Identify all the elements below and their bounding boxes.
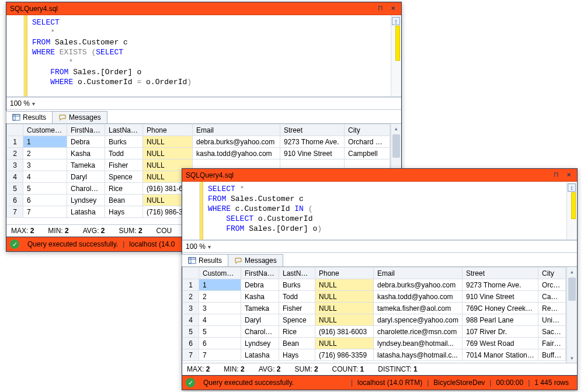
cell[interactable]: tameka.fisher@aol.com (374, 303, 463, 314)
chevron-down-icon[interactable]: ▾ (32, 100, 35, 107)
scroll-thumb[interactable] (392, 134, 400, 158)
cell[interactable]: Fairport (538, 338, 566, 349)
split-icon[interactable]: ↕ (392, 17, 400, 25)
col-header[interactable]: Phone (315, 268, 374, 279)
cell[interactable]: debra.burks@yahoo.com (193, 136, 280, 148)
cell[interactable]: NULL (315, 291, 374, 303)
col-header[interactable]: City (345, 124, 390, 136)
tab-messages[interactable]: Messages (228, 254, 283, 266)
cell[interactable]: 1 (23, 136, 67, 148)
cell[interactable]: charolette.rice@msn.com (374, 326, 463, 338)
cell[interactable]: 1 (199, 279, 241, 291)
cell[interactable]: Orchard Park (345, 136, 390, 148)
cell[interactable]: Sacramento (538, 326, 566, 338)
zoom-bar[interactable]: 100 % ▾ (182, 240, 577, 253)
cell[interactable]: 9273 Thorne Ave. (280, 136, 345, 148)
cell[interactable]: NULL (315, 303, 374, 314)
cell[interactable]: (916) 381-6003 (315, 326, 374, 338)
cell[interactable]: Campbell (345, 148, 390, 159)
minimap[interactable]: ↕ (391, 15, 401, 96)
cell[interactable]: Daryl (67, 171, 105, 183)
col-header[interactable]: LastName (279, 268, 315, 279)
cell[interactable]: 4 (199, 314, 241, 326)
row-header[interactable]: 1 (183, 279, 199, 291)
row-header[interactable]: 7 (183, 349, 199, 361)
tab-results[interactable]: Results (182, 254, 228, 266)
table-row[interactable]: 22KashaToddNULLkasha.todd@yahoo.com910 V… (183, 291, 566, 303)
row-header[interactable]: 1 (7, 136, 23, 148)
cell[interactable]: 7 (23, 206, 67, 218)
titlebar[interactable]: SQLQuery4.sql ⊓ × (182, 169, 577, 182)
cell[interactable]: Tameka (67, 159, 105, 171)
cell[interactable]: 769C Honey Creek St. (463, 303, 538, 314)
cell[interactable]: Debra (67, 136, 105, 148)
row-header[interactable]: 3 (7, 159, 23, 171)
cell[interactable]: latasha.hays@hotmail.c... (374, 349, 463, 361)
cell[interactable]: Bean (105, 195, 143, 206)
scroll-up-icon[interactable]: ▴ (391, 124, 401, 133)
cell[interactable]: NULL (143, 148, 193, 159)
cell[interactable]: NULL (315, 279, 374, 291)
scroll-thumb[interactable] (568, 277, 576, 301)
cell[interactable]: Bean (279, 338, 315, 349)
cell[interactable]: 2 (199, 291, 241, 303)
cell[interactable]: Kasha (241, 291, 279, 303)
cell[interactable]: Rice (279, 326, 315, 338)
cell[interactable]: 4 (23, 171, 67, 183)
cell[interactable]: Spence (105, 171, 143, 183)
sql-editor[interactable]: SELECT * FROM Sales.Customer c WHERE EXI… (27, 15, 391, 96)
minimap[interactable]: ↕ (566, 182, 577, 240)
results-table[interactable]: CustomerIdFirstNameLastNamePhoneEmailStr… (182, 267, 566, 361)
tab-results[interactable]: Results (6, 111, 53, 123)
cell[interactable]: debra.burks@yahoo.com (374, 279, 463, 291)
cell[interactable]: Charolette (67, 183, 105, 195)
col-header[interactable]: LastName (105, 124, 143, 136)
table-row[interactable]: 22KashaToddNULLkasha.todd@yahoo.com910 V… (7, 148, 390, 159)
table-row[interactable]: 11DebraBurksNULLdebra.burks@yahoo.com927… (7, 136, 390, 148)
cell[interactable]: Campbell (538, 291, 566, 303)
cell[interactable]: Rice (105, 183, 143, 195)
cell[interactable]: Burks (105, 136, 143, 148)
cell[interactable]: 910 Vine Street (280, 148, 345, 159)
table-row[interactable]: 77LatashaHays(716) 986-3359latasha.hays@… (183, 349, 566, 361)
close-icon[interactable]: × (564, 171, 573, 180)
cell[interactable]: 7014 Manor Station ... (463, 349, 538, 361)
cell[interactable]: Burks (279, 279, 315, 291)
col-header[interactable]: CustomerId (23, 124, 67, 136)
pin-icon[interactable]: ⊓ (376, 4, 385, 13)
cell[interactable]: 6 (199, 338, 241, 349)
cell[interactable]: NULL (143, 136, 193, 148)
editor-area[interactable]: SELECT * FROM Sales.Customer c WHERE EXI… (6, 15, 401, 97)
cell[interactable]: 9273 Thorne Ave. (463, 279, 538, 291)
row-header[interactable]: 2 (183, 291, 199, 303)
titlebar[interactable]: SQLQuery4.sql ⊓ × (6, 2, 401, 15)
row-header[interactable]: 5 (183, 326, 199, 338)
table-row[interactable]: 11DebraBurksNULLdebra.burks@yahoo.com927… (183, 279, 566, 291)
cell[interactable]: Redondo Be (538, 303, 566, 314)
row-header[interactable]: 6 (183, 338, 199, 349)
cell[interactable]: 910 Vine Street (463, 291, 538, 303)
col-header[interactable]: FirstName (67, 124, 105, 136)
col-header[interactable]: Street (280, 124, 345, 136)
cell[interactable]: 3 (23, 159, 67, 171)
cell[interactable]: Latasha (241, 349, 279, 361)
zoom-bar[interactable]: 100 % ▾ (6, 97, 401, 110)
row-header[interactable]: 4 (7, 171, 23, 183)
row-header[interactable]: 4 (183, 314, 199, 326)
cell[interactable]: 5 (199, 326, 241, 338)
row-header[interactable]: 5 (7, 183, 23, 195)
cell[interactable]: 7 (199, 349, 241, 361)
cell[interactable]: Charolette (241, 326, 279, 338)
scroll-down-icon[interactable]: ▾ (567, 353, 577, 363)
cell[interactable]: Uniondale (538, 314, 566, 326)
cell[interactable]: lyndsey.bean@hotmail... (374, 338, 463, 349)
cell[interactable]: Kasha (67, 148, 105, 159)
cell[interactable]: Spence (279, 314, 315, 326)
row-header[interactable]: 2 (7, 148, 23, 159)
table-row[interactable]: 44DarylSpenceNULLdaryl.spence@yahoo.com9… (183, 314, 566, 326)
cell[interactable]: Orchard Park (538, 279, 566, 291)
cell[interactable]: NULL (315, 338, 374, 349)
split-icon[interactable]: ↕ (568, 183, 576, 192)
cell[interactable]: 2 (23, 148, 67, 159)
cell[interactable]: 988 Pearl Lane (463, 314, 538, 326)
